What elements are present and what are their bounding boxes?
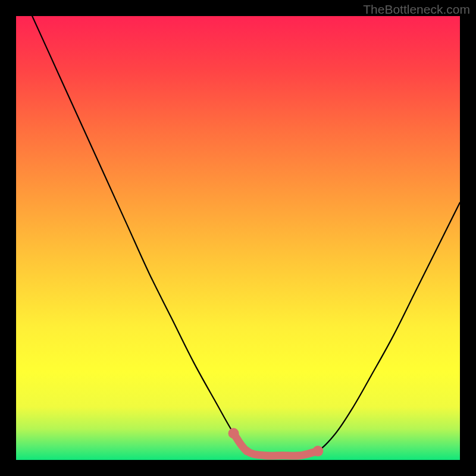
watermark-text: TheBottleneck.com bbox=[363, 2, 470, 17]
highlight-dot bbox=[243, 447, 251, 455]
chart-background bbox=[16, 16, 460, 460]
chart-svg bbox=[16, 16, 460, 460]
chart-frame: TheBottleneck.com bbox=[0, 0, 476, 476]
highlight-dot bbox=[312, 446, 323, 456]
highlight-dot bbox=[228, 428, 239, 439]
plot-area bbox=[16, 16, 460, 460]
